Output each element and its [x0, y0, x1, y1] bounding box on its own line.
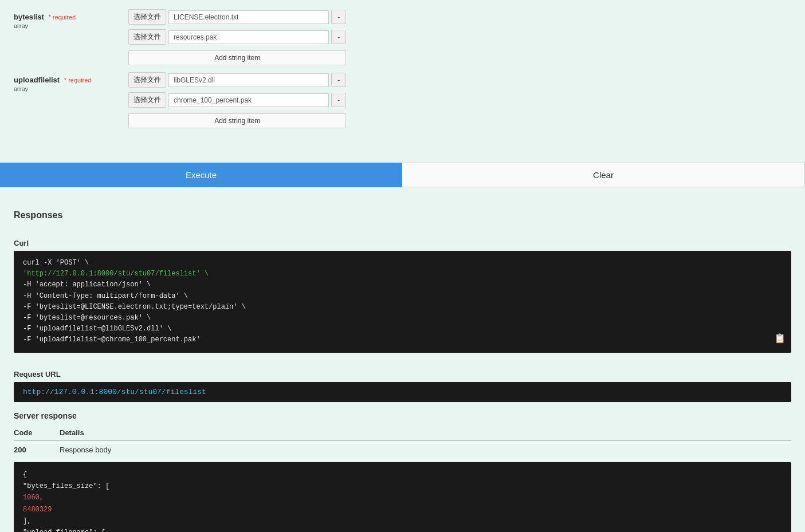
curl-line-2: 'http://127.0.0.1:8000/stu/stu07/filesli… — [23, 269, 782, 279]
uploadfilelist-label: uploadfilelist — [14, 76, 60, 84]
body-val-1060: 1060, — [23, 494, 44, 502]
response-code: 200 — [14, 440, 60, 462]
byteslist-label: byteslist — [14, 13, 44, 21]
uploadfilelist-remove-0[interactable]: - — [331, 73, 346, 87]
byteslist-type: array — [14, 22, 128, 29]
curl-line-6: -F 'byteslist=@resources.pak' \ — [23, 313, 782, 324]
uploadfilelist-choose-file-1[interactable]: 选择文件 — [128, 92, 166, 108]
curl-section: Curl curl -X 'POST' \ 'http://127.0.0.1:… — [0, 239, 805, 362]
responses-section: Responses — [0, 201, 805, 239]
curl-line-4: -H 'Content-Type: multipart/form-data' \ — [23, 291, 782, 302]
uploadfilelist-remove-1[interactable]: - — [331, 93, 346, 107]
request-url-section: Request URL http://127.0.0.1:8000/stu/st… — [0, 370, 805, 402]
request-url-label: Request URL — [14, 370, 791, 379]
byteslist-choose-file-1[interactable]: 选择文件 — [128, 29, 166, 45]
body-line-3: 1060, — [23, 492, 782, 503]
byteslist-filename-0: LICENSE.electron.txt — [168, 10, 329, 24]
uploadfilelist-filename-0: libGLESv2.dll — [168, 73, 329, 87]
uploadfilelist-filename-1: chrome_100_percent.pak — [168, 93, 329, 107]
server-response-section: Server response Code Details 200 Respons… — [0, 402, 805, 462]
curl-copy-icon[interactable]: 📋 — [774, 332, 786, 347]
response-code-block: { "bytes_files_size": [ 1060, 8480329 ],… — [14, 462, 791, 533]
code-header: Code — [14, 425, 60, 441]
body-line-5: ], — [23, 515, 782, 527]
curl-code-block: curl -X 'POST' \ 'http://127.0.0.1:8000/… — [14, 251, 791, 353]
response-table: Code Details 200 Response body — [14, 425, 791, 462]
response-body-label: Response body — [60, 446, 791, 454]
curl-label: Curl — [14, 239, 791, 247]
curl-line-5: -F 'byteslist=@LICENSE.electron.txt;type… — [23, 302, 782, 313]
details-header: Details — [60, 425, 791, 441]
curl-line-1: curl -X 'POST' \ — [23, 258, 782, 269]
action-buttons: Execute Clear — [0, 163, 805, 187]
body-line-2: "bytes_files_size": [ — [23, 480, 782, 492]
uploadfilelist-field-label: uploadfilelist * required array — [14, 72, 128, 92]
table-row: 200 Response body — [14, 440, 791, 462]
uploadfilelist-inputs: 选择文件 libGLESv2.dll - 选择文件 chrome_100_per… — [128, 72, 346, 128]
uploadfilelist-file-row-1: 选择文件 chrome_100_percent.pak - — [128, 92, 346, 108]
body-line-6: "upload_filename": [ — [23, 527, 782, 532]
curl-line-3: -H 'accept: application/json' \ — [23, 279, 782, 290]
byteslist-add-btn[interactable]: Add string item — [128, 50, 346, 65]
body-line-4: 8480329 — [23, 504, 782, 515]
byteslist-field-label: byteslist * required array — [14, 9, 128, 29]
byteslist-file-row-1: 选择文件 resources.pak - — [128, 29, 346, 45]
response-details: Response body — [60, 440, 791, 462]
uploadfilelist-type: array — [14, 85, 128, 92]
clear-button[interactable]: Clear — [402, 163, 805, 187]
execute-button[interactable]: Execute — [0, 163, 402, 187]
request-url-value: http://127.0.0.1:8000/stu/stu07/fileslis… — [14, 382, 791, 402]
uploadfilelist-add-btn[interactable]: Add string item — [128, 113, 346, 128]
uploadfilelist-file-row-0: 选择文件 libGLESv2.dll - — [128, 72, 346, 88]
uploadfilelist-required: * required — [64, 77, 92, 84]
byteslist-filename-1: resources.pak — [168, 30, 329, 44]
responses-title: Responses — [14, 210, 791, 220]
byteslist-required: * required — [48, 14, 76, 21]
body-val-8480329: 8480329 — [23, 506, 52, 514]
byteslist-remove-1[interactable]: - — [331, 30, 346, 44]
byteslist-remove-0[interactable]: - — [331, 10, 346, 24]
byteslist-file-row-0: 选择文件 LICENSE.electron.txt - — [128, 9, 346, 25]
byteslist-inputs: 选择文件 LICENSE.electron.txt - 选择文件 resourc… — [128, 9, 346, 65]
curl-line-8: -F 'uploadfilelist=@chrome_100_percent.p… — [23, 334, 782, 345]
curl-line-7: -F 'uploadfilelist=@libGLESv2.dll' \ — [23, 324, 782, 334]
server-response-title: Server response — [14, 411, 791, 420]
uploadfilelist-choose-file-0[interactable]: 选择文件 — [128, 72, 166, 88]
byteslist-choose-file-0[interactable]: 选择文件 — [128, 9, 166, 25]
body-line-1: { — [23, 469, 782, 480]
response-body-section: { "bytes_files_size": [ 1060, 8480329 ],… — [0, 462, 805, 533]
